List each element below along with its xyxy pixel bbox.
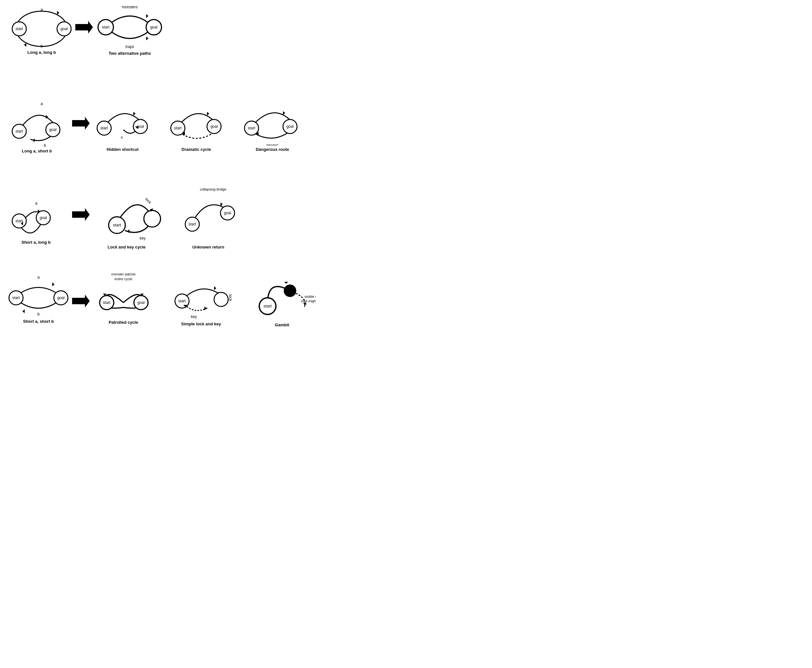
svg-marker-62 (127, 229, 129, 233)
main-page: start goal a b Long a, long b start goal… (0, 0, 406, 334)
svg-text:a: a (35, 201, 37, 205)
diagram-gambit: start visible reward (but might be guard… (248, 272, 316, 327)
svg-text:start: start (15, 129, 23, 134)
svg-point-60 (144, 210, 161, 227)
svg-text:goal: goal (137, 301, 145, 305)
svg-marker-55 (72, 208, 90, 221)
label-long-ab: Long a, long b (10, 50, 74, 55)
svg-text:lock: lock (228, 294, 233, 301)
diagram-short-a-long-b: a b start goal Short a, long b (7, 190, 66, 245)
svg-marker-75 (52, 282, 54, 286)
label-simple-lock-key: Simple lock and key (167, 322, 236, 326)
label-lock-key-cycle: Lock and key cycle (91, 245, 162, 249)
svg-marker-97 (284, 282, 288, 284)
label-dramatic-cycle: Dramatic cycle (167, 147, 226, 152)
svg-text:lock: lock (144, 197, 152, 205)
arrow-3 (72, 208, 90, 222)
svg-text:start: start (102, 25, 110, 30)
svg-marker-16 (146, 14, 148, 18)
svg-text:start: start (248, 126, 255, 130)
svg-text:start: start (12, 296, 20, 300)
label-hidden-shortcut: Hidden shortcut (93, 147, 152, 152)
svg-text:start: start (100, 126, 108, 130)
svg-point-96 (284, 285, 296, 297)
svg-marker-7 (57, 11, 59, 15)
svg-marker-92 (204, 306, 207, 310)
diagram-patrolled-cycle: monster patrols entire cycle start goal … (91, 271, 156, 325)
label-patrolled-cycle: Patrolled cycle (91, 320, 156, 325)
svg-point-90 (214, 292, 228, 306)
svg-text:key: key (140, 236, 146, 240)
svg-text:collapsing bridge: collapsing bridge (200, 187, 226, 191)
svg-text:start: start (103, 301, 110, 305)
svg-text:goal: goal (57, 296, 65, 300)
arrow-1 (75, 21, 93, 35)
diagram-unknown-return: collapsing bridge goal start Unknown ret… (175, 184, 242, 249)
svg-text:start: start (113, 222, 121, 227)
diagram-dramatic-cycle: start goal Dramatic cycle (167, 98, 226, 152)
svg-text:goal: goal (49, 127, 57, 132)
svg-text:monster patrols: monster patrols (111, 272, 136, 276)
svg-marker-8 (24, 43, 26, 47)
svg-text:a: a (37, 276, 40, 280)
svg-text:goal: goal (60, 27, 68, 31)
svg-text:(but might be guarded): (but might be guarded) (301, 299, 316, 303)
svg-text:entire cycle: entire cycle (114, 277, 132, 281)
label-short-ab: Short a, short b (7, 319, 70, 324)
diagram-dangerous-route: danger! start goal Dangerous route (240, 98, 305, 152)
svg-text:b: b (44, 143, 46, 147)
svg-text:goal: goal (286, 124, 294, 129)
diagram-hidden-shortcut: s start goal Hidden shortcut (93, 98, 152, 152)
svg-marker-38 (207, 112, 209, 115)
svg-text:goal: goal (211, 124, 218, 129)
label-unknown-return: Unknown return (175, 245, 242, 249)
svg-text:b: b (37, 312, 39, 316)
svg-marker-68 (221, 202, 223, 206)
diagram-short-ab: a b start goal Short a, short b (7, 276, 70, 324)
svg-marker-32 (133, 112, 136, 115)
label-two-paths: Two alternative paths (96, 51, 163, 56)
svg-marker-77 (72, 295, 90, 307)
svg-marker-76 (22, 309, 25, 313)
svg-text:goal: goal (150, 25, 157, 30)
svg-text:start: start (263, 304, 272, 308)
label-gambit: Gambit (248, 322, 316, 327)
diagram-simple-lock-key: lock key start Simple lock and key (167, 274, 236, 326)
svg-marker-91 (214, 286, 216, 290)
svg-text:goal: goal (224, 211, 231, 215)
svg-text:monsters: monsters (122, 5, 137, 9)
arrow-2 (72, 117, 90, 131)
svg-marker-9 (75, 21, 93, 33)
svg-text:danger!: danger! (266, 143, 278, 146)
svg-text:goal: goal (40, 215, 47, 220)
svg-text:visible reward: visible reward (305, 295, 316, 299)
svg-text:start: start (188, 222, 196, 226)
svg-text:a: a (40, 101, 43, 106)
arrow-4 (72, 295, 90, 309)
svg-text:s: s (121, 135, 123, 140)
svg-marker-26 (72, 117, 90, 130)
diagram-two-paths: start goal monsters traps Two alternativ… (96, 3, 163, 56)
svg-text:b: b (40, 43, 43, 48)
svg-text:start: start (174, 126, 182, 130)
label-short-a-long-b: Short a, long b (7, 240, 66, 245)
svg-text:a: a (40, 7, 43, 12)
label-dangerous-route: Dangerous route (240, 147, 305, 152)
svg-text:key: key (191, 314, 197, 319)
svg-marker-45 (283, 111, 285, 115)
svg-text:start: start (15, 27, 23, 31)
svg-text:start: start (178, 299, 186, 303)
diagram-long-ab: start goal a b Long a, long b (10, 7, 74, 55)
label-long-a-short-b: Long a, short b (7, 149, 67, 154)
diagram-lock-key-cycle: lock key start Lock and key cycle (91, 184, 162, 249)
svg-text:traps: traps (126, 45, 134, 49)
diagram-long-a-short-b: a b start goal Long a, short b (7, 99, 67, 154)
svg-marker-17 (146, 37, 148, 40)
